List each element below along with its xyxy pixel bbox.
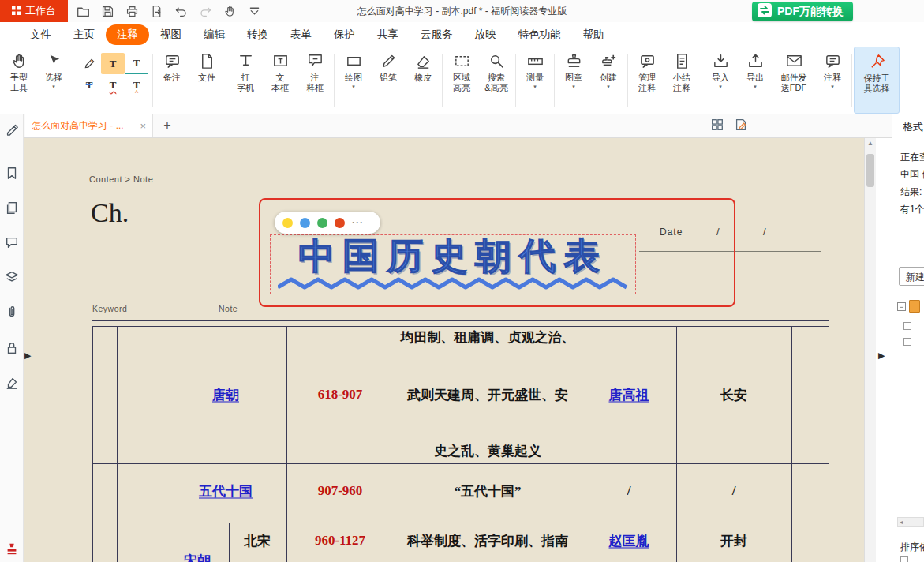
security-icon[interactable]	[4, 340, 20, 356]
typewriter-button[interactable]: 打 字机	[228, 47, 263, 114]
keep-tool-selected-button[interactable]: 保持工 具选择	[854, 47, 900, 114]
menu-edit[interactable]: 编辑	[193, 24, 236, 45]
strikeout-text-button[interactable]: T	[77, 74, 101, 96]
table-cell-dynasty-group[interactable]: 宋朝	[184, 552, 211, 562]
workbench-button[interactable]: 工作台	[0, 0, 68, 22]
menu-help[interactable]: 帮助	[572, 24, 615, 45]
comments-dropdown-caret[interactable]: ▾	[831, 84, 834, 89]
manage-comments-button[interactable]: 管理 注释	[630, 47, 664, 114]
results-tree-item[interactable]: −	[897, 300, 920, 313]
grid-view-icon[interactable]	[710, 118, 724, 135]
vertical-scrollbar[interactable]: ▲	[864, 138, 876, 562]
insert-text-button[interactable]: T^	[125, 74, 148, 96]
result-checkbox[interactable]	[903, 322, 911, 330]
export-dropdown-caret[interactable]: ▾	[754, 84, 757, 89]
import-comments-button[interactable]: 导入 ▾	[703, 47, 738, 114]
tab-close-icon[interactable]: ×	[140, 120, 146, 132]
menu-protect[interactable]: 保护	[323, 24, 366, 45]
undo-icon[interactable]	[174, 4, 188, 18]
color-blue-button[interactable]	[300, 218, 310, 228]
menu-file[interactable]: 文件	[19, 24, 62, 45]
file-attachment-button[interactable]: 文件	[189, 47, 224, 114]
edit-tools-icon[interactable]	[4, 121, 20, 137]
customize-toolbar-icon[interactable]	[247, 4, 261, 18]
table-cell-dynasty[interactable]: 五代十国	[199, 482, 253, 500]
comments-panel-button[interactable]: 注释 ▾	[815, 47, 850, 114]
left-panel-toggle-icon[interactable]: ▶	[24, 351, 31, 360]
menu-view[interactable]: 视图	[149, 24, 193, 45]
menu-home[interactable]: 主页	[62, 24, 106, 45]
table-cell-founder[interactable]: 赵匡胤	[609, 532, 649, 550]
page-thumbnails-icon[interactable]	[4, 200, 20, 215]
menu-comment[interactable]: 注释	[106, 24, 149, 45]
drawing-dropdown-caret[interactable]: ▾	[352, 84, 355, 89]
table-cell-dynasty[interactable]: 唐朝	[212, 386, 239, 404]
squiggly-text-button[interactable]: T	[101, 74, 125, 96]
summarize-comments-button[interactable]: 小结 注释	[664, 47, 699, 114]
scrollbar-thumb[interactable]	[866, 154, 874, 187]
pencil-button[interactable]: 铅笔	[371, 47, 406, 114]
layers-icon[interactable]	[4, 269, 20, 285]
panel-horizontal-scrollbar[interactable]: ◂	[897, 517, 924, 527]
export-doc-icon[interactable]	[149, 4, 163, 18]
underline-text-button[interactable]: T	[125, 53, 148, 74]
scroll-up-icon[interactable]: ▲	[865, 140, 876, 147]
print-icon[interactable]	[125, 4, 139, 18]
scroll-left-icon[interactable]: ◂	[900, 519, 903, 526]
color-yellow-button[interactable]	[282, 218, 293, 228]
select-tool-button[interactable]: 选择 ▾	[36, 47, 71, 114]
pdf-page[interactable]: Content > Note Ch. Date / / 中国历史朝代表 ··· …	[24, 138, 864, 562]
table-cell-founder[interactable]: 唐高祖	[609, 386, 649, 404]
annotation-title-text[interactable]: 中国历史朝代表	[275, 236, 631, 276]
document-tab[interactable]: 怎么面对高中学习 - ... ×	[25, 114, 153, 137]
email-fdf-button[interactable]: 邮件发 送FDF	[772, 47, 815, 114]
format-panel-tab[interactable]: 格式	[903, 120, 923, 134]
highlight-pen-button[interactable]	[77, 53, 101, 74]
note-button[interactable]: 备注	[155, 47, 189, 114]
drawing-button[interactable]: 绘图 ▾	[336, 47, 371, 114]
highlight-text-button[interactable]: T	[101, 53, 125, 74]
open-file-icon[interactable]	[76, 4, 90, 18]
redo-icon[interactable]	[198, 4, 212, 18]
search-highlight-button[interactable]: 搜索 &高亮	[479, 47, 514, 114]
eraser-button[interactable]: 橡皮	[406, 47, 440, 114]
menu-present[interactable]: 放映	[464, 24, 507, 45]
create-dropdown-caret[interactable]: ▾	[607, 84, 610, 89]
signature-icon[interactable]	[4, 375, 20, 391]
comments-list-icon[interactable]	[4, 234, 20, 250]
export-comments-button[interactable]: 导出 ▾	[738, 47, 772, 114]
import-dropdown-caret[interactable]: ▾	[719, 84, 722, 89]
new-search-button[interactable]: 新建	[899, 267, 924, 286]
keep-tool-selected-label: 保持工 具选择	[864, 73, 890, 94]
menu-features[interactable]: 特色功能	[507, 24, 572, 45]
stamp-button[interactable]: 图章 ▾	[556, 47, 591, 114]
select-dropdown-caret[interactable]: ▾	[52, 84, 55, 89]
create-stamp-button[interactable]: 创建 ▾	[591, 47, 626, 114]
color-green-button[interactable]	[317, 218, 327, 228]
more-options-icon[interactable]: ···	[352, 218, 364, 227]
bookmarks-icon[interactable]	[4, 165, 20, 181]
measure-dropdown-caret[interactable]: ▾	[533, 84, 537, 89]
sort-option-checkbox[interactable]	[900, 556, 908, 562]
hand-tool-quick-icon[interactable]	[223, 4, 237, 18]
callout-button[interactable]: 注 释框	[297, 47, 332, 114]
result-checkbox[interactable]	[903, 338, 911, 346]
hand-tool-button[interactable]: 手型 工具	[2, 47, 36, 114]
area-highlight-button[interactable]: 区域 高亮	[444, 47, 479, 114]
color-red-button[interactable]	[335, 218, 345, 228]
textbox-button[interactable]: 文 本框	[263, 47, 297, 114]
stamp-dropdown-caret[interactable]: ▾	[572, 84, 575, 89]
pdf-converter-button[interactable]: PDF万能转换	[752, 2, 853, 21]
menu-form[interactable]: 表单	[279, 24, 323, 45]
menu-cloud[interactable]: 云服务	[410, 24, 464, 45]
menu-share[interactable]: 共享	[366, 24, 410, 45]
quick-annotation-icon[interactable]	[734, 118, 748, 135]
measure-button[interactable]: 测量 ▾	[518, 47, 552, 114]
attachments-icon[interactable]	[4, 304, 20, 320]
stamp-validation-icon[interactable]	[4, 541, 20, 556]
tree-collapse-icon[interactable]: −	[897, 302, 906, 311]
new-tab-button[interactable]: +	[159, 118, 175, 133]
menu-convert[interactable]: 转换	[236, 24, 279, 45]
right-panel-toggle-icon[interactable]: ▶	[878, 351, 885, 360]
save-icon[interactable]	[100, 4, 114, 18]
